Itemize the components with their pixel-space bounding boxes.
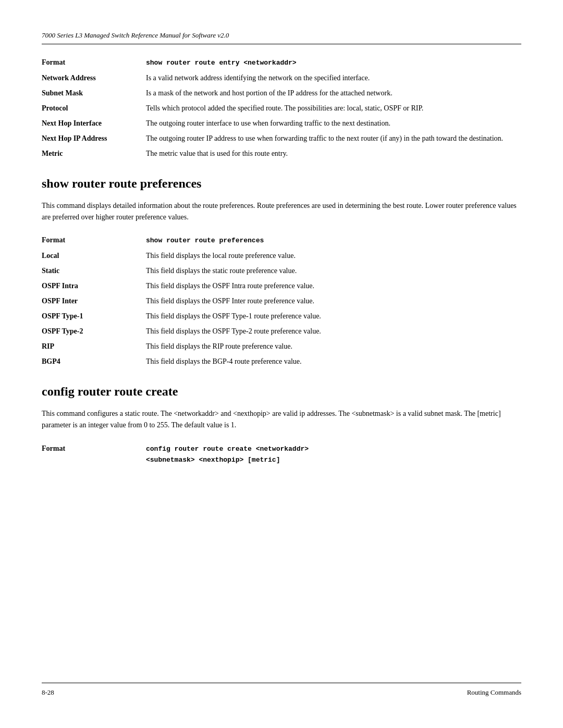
field-value: This field displays the OSPF Inter route… (146, 293, 521, 309)
field-value: Is a valid network address identifying t… (146, 70, 521, 85)
format-line2: <subnetmask> <nexthopip> [metric] (146, 456, 280, 464)
section2-description: This command displays detailed informati… (42, 200, 521, 224)
table-row: OSPF InterThis field displays the OSPF I… (42, 293, 521, 309)
table-row: BGP4This field displays the BGP-4 route … (42, 354, 521, 369)
section3-heading: config router route create (42, 385, 521, 399)
field-value: show router route entry <networkaddr> (146, 55, 521, 70)
field-value: The outgoing router IP address to use wh… (146, 131, 521, 146)
table-row: OSPF Type-2This field displays the OSPF … (42, 324, 521, 339)
field-value: This field displays the local route pref… (146, 248, 521, 263)
format-line1: config router route create <networkaddr> (146, 445, 309, 453)
field-label: RIP (42, 339, 146, 354)
mono-value: show router route preferences (146, 237, 264, 244)
table-row: MetricThe metric value that is used for … (42, 146, 521, 161)
field-label: Format (42, 232, 146, 248)
section2-heading: show router route preferences (42, 177, 521, 191)
field-label: Next Hop IP Address (42, 131, 146, 146)
table-row: Network AddressIs a valid network addres… (42, 70, 521, 85)
route-entry-table: Formatshow router route entry <networkad… (42, 55, 521, 161)
field-label: OSPF Intra (42, 278, 146, 293)
field-value: This field displays the BGP-4 route pref… (146, 354, 521, 369)
field-value: The metric value that is used for this r… (146, 146, 521, 161)
field-label: BGP4 (42, 354, 146, 369)
header-rule (42, 44, 521, 44)
page-footer: 8-28 Routing Commands (42, 683, 521, 697)
field-label: Network Address (42, 70, 146, 85)
table-row: Subnet MaskIs a mask of the network and … (42, 85, 521, 101)
footer-page: 8-28 (42, 688, 54, 697)
field-value: This field displays the OSPF Type-1 rout… (146, 309, 521, 324)
field-value: This field displays the OSPF Intra route… (146, 278, 521, 293)
route-preferences-table: Formatshow router route preferencesLocal… (42, 232, 521, 369)
format-value: config router route create <networkaddr>… (146, 441, 521, 467)
field-label: OSPF Inter (42, 293, 146, 309)
field-label: OSPF Type-2 (42, 324, 146, 339)
field-label: OSPF Type-1 (42, 309, 146, 324)
field-label: Local (42, 248, 146, 263)
field-label: Protocol (42, 101, 146, 116)
field-label: Metric (42, 146, 146, 161)
mono-value: show router route entry <networkaddr> (146, 59, 297, 67)
table-row: Formatshow router route preferences (42, 232, 521, 248)
field-value: This field displays the static route pre… (146, 263, 521, 278)
field-value: Is a mask of the network and host portio… (146, 85, 521, 101)
table-row: Next Hop IP AddressThe outgoing router I… (42, 131, 521, 146)
field-value: Tells which protocol added the specified… (146, 101, 521, 116)
field-value: show router route preferences (146, 232, 521, 248)
format-label: Format (42, 441, 146, 467)
table-row: Next Hop InterfaceThe outgoing router in… (42, 116, 521, 131)
table-row: OSPF Type-1This field displays the OSPF … (42, 309, 521, 324)
page: 7000 Series L3 Managed Switch Reference … (0, 0, 563, 728)
section3-description: This command configures a static route. … (42, 408, 521, 431)
table-row: ProtocolTells which protocol added the s… (42, 101, 521, 116)
field-label: Next Hop Interface (42, 116, 146, 131)
field-value: The outgoing router interface to use whe… (146, 116, 521, 131)
table-row: Format config router route create <netwo… (42, 441, 521, 467)
field-label: Format (42, 55, 146, 70)
page-header: 7000 Series L3 Managed Switch Reference … (42, 31, 521, 40)
field-label: Static (42, 263, 146, 278)
field-value: This field displays the RIP route prefer… (146, 339, 521, 354)
footer-section: Routing Commands (467, 688, 521, 697)
table-row: RIPThis field displays the RIP route pre… (42, 339, 521, 354)
config-route-table: Format config router route create <netwo… (42, 441, 521, 467)
table-row: OSPF IntraThis field displays the OSPF I… (42, 278, 521, 293)
field-value: This field displays the OSPF Type-2 rout… (146, 324, 521, 339)
table-row: Formatshow router route entry <networkad… (42, 55, 521, 70)
table-row: StaticThis field displays the static rou… (42, 263, 521, 278)
content-area: Formatshow router route entry <networkad… (42, 55, 521, 683)
field-label: Subnet Mask (42, 85, 146, 101)
table-row: LocalThis field displays the local route… (42, 248, 521, 263)
